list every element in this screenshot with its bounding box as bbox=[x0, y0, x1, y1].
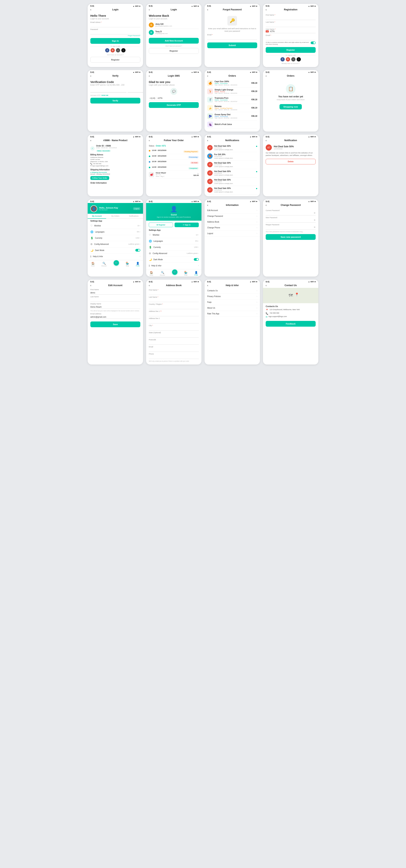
country-input[interactable] bbox=[149, 306, 199, 309]
current-password-input[interactable] bbox=[266, 212, 316, 215]
tab-my-orders[interactable]: My Orders bbox=[106, 214, 124, 218]
help-rate[interactable]: Rate This App › bbox=[205, 311, 260, 317]
forgot-password-link[interactable]: Forgot Password? bbox=[90, 35, 140, 36]
email-input[interactable] bbox=[266, 37, 316, 40]
back-arrow-icon[interactable]: ‹ bbox=[90, 284, 91, 287]
back-arrow-icon[interactable]: ‹ bbox=[90, 139, 91, 142]
guest-register-button[interactable]: ⊕ Register bbox=[149, 223, 173, 227]
back-arrow-icon[interactable]: ‹ bbox=[266, 139, 267, 142]
city-input[interactable] bbox=[149, 327, 199, 331]
back-arrow-icon[interactable]: ‹ bbox=[266, 74, 267, 78]
phone-input[interactable] bbox=[149, 355, 199, 359]
signin-button[interactable]: Sign In bbox=[90, 38, 140, 44]
display-name-input[interactable] bbox=[90, 305, 140, 309]
send-me-link[interactable]: SEND ME bbox=[101, 94, 108, 96]
bnav-home[interactable]: 🏠Home bbox=[91, 262, 95, 267]
help-faqs[interactable]: Faqs › bbox=[205, 299, 260, 305]
back-arrow-icon[interactable]: ‹ bbox=[207, 284, 208, 287]
back-arrow-icon[interactable]: ‹ bbox=[266, 8, 267, 11]
current-password-eye-icon[interactable]: 👁 bbox=[314, 212, 316, 214]
notif-item-6[interactable]: 🏷 Hot Deal Sale 50% 12/10/2019 Lorem ips… bbox=[207, 186, 257, 194]
bnav-profile[interactable]: 👤Profile bbox=[194, 271, 198, 276]
bnav-shop[interactable]: 🏪Shop bbox=[184, 271, 187, 276]
settings-languages[interactable]: 🌐 Languages EN › bbox=[90, 229, 140, 235]
email-input[interactable] bbox=[90, 315, 140, 319]
register-button[interactable]: Register bbox=[90, 57, 140, 63]
info-address-book[interactable]: Address Book › bbox=[205, 219, 260, 225]
help-about[interactable]: About Us › bbox=[205, 305, 260, 311]
add-new-account-button[interactable]: Add New Account bbox=[149, 38, 199, 43]
darkmode-toggle[interactable] bbox=[135, 249, 140, 252]
settings-currency[interactable]: 💲 Currenty USD › bbox=[90, 235, 140, 241]
back-arrow-icon[interactable]: ‹ bbox=[90, 74, 91, 78]
guest-darkmode[interactable]: 🌙 Dark Mode bbox=[149, 256, 199, 263]
back-arrow-icon[interactable]: ‹ bbox=[149, 139, 150, 142]
verify-button[interactable]: Verify bbox=[90, 98, 140, 103]
notif-item-5[interactable]: 🏷 Hot Deal Sale 50% 12/10/2019 Lorem ips… bbox=[207, 178, 257, 186]
back-arrow-icon[interactable]: ‹ bbox=[149, 8, 150, 11]
order-item-4[interactable]: 🍌 Banana Status : Pending Payment Total … bbox=[207, 104, 257, 112]
back-arrow-icon[interactable]: ‹ bbox=[207, 204, 208, 207]
settings-wishlist[interactable]: ♡ Wishlist 10 › bbox=[90, 223, 140, 229]
account-item-2[interactable]: D Tony D tonyd@gmail.com bbox=[149, 29, 199, 36]
guest-help[interactable]: ℹ Help & Infor › bbox=[149, 263, 199, 269]
microsoft-login-btn[interactable]: ▪ bbox=[116, 48, 120, 53]
otp-digit-1[interactable] bbox=[90, 88, 126, 93]
last-name-input[interactable] bbox=[90, 298, 140, 302]
back-arrow-icon[interactable]: ‹ bbox=[266, 204, 267, 207]
order-item-6[interactable]: 🍇 Welch's Fruit Juice bbox=[207, 120, 257, 129]
apple-login-btn[interactable]:  bbox=[121, 48, 125, 53]
settings-config[interactable]: ⚙ Config Advanced Ladtime green › bbox=[90, 241, 140, 247]
back-arrow-icon[interactable]: ‹ bbox=[266, 284, 267, 287]
notif-item-4[interactable]: 🏷 Hot Deal Sale 50% 12/10/2019 Lorem ips… bbox=[207, 169, 257, 178]
otp-digit-2[interactable] bbox=[128, 88, 143, 93]
email-input[interactable] bbox=[90, 24, 140, 27]
notif-item-1[interactable]: 🏷 Hot Deal Sale 50% 12/10/2019 Lorem ips… bbox=[207, 144, 257, 152]
guest-wishlist[interactable]: ♡ Wishlist 10 › bbox=[149, 232, 199, 238]
back-arrow-icon[interactable]: ‹ bbox=[149, 284, 150, 287]
state-input[interactable] bbox=[149, 334, 199, 338]
retype-password-input[interactable] bbox=[266, 226, 316, 230]
password-input[interactable] bbox=[90, 31, 140, 34]
register-button[interactable]: Register bbox=[266, 47, 316, 53]
submit-button[interactable]: Submit bbox=[207, 42, 257, 48]
email-input[interactable] bbox=[149, 348, 199, 352]
last-name-input[interactable] bbox=[266, 24, 316, 27]
save-new-password-button[interactable]: Save new password bbox=[266, 234, 316, 240]
back-arrow-icon[interactable]: ‹ bbox=[90, 8, 91, 11]
darkmode-toggle[interactable] bbox=[194, 258, 199, 261]
tab-notifications[interactable]: Notifications bbox=[124, 214, 143, 218]
notif-item-2[interactable]: 🎁 For Gift 20% 12/10/2019 Lorem ipsum is… bbox=[207, 152, 257, 160]
google-login-btn[interactable]: G bbox=[111, 48, 115, 53]
bnav-profile[interactable]: 👤Profile bbox=[136, 262, 140, 267]
new-password-input[interactable] bbox=[266, 219, 316, 223]
shop-now-button[interactable]: Shopping now bbox=[280, 104, 302, 110]
guest-config[interactable]: ⚙ Config Advanced Ladtime green › bbox=[149, 250, 199, 256]
guest-currency[interactable]: 💲 Currenty USD › bbox=[149, 244, 199, 250]
back-arrow-icon[interactable]: ‹ bbox=[149, 74, 150, 78]
back-arrow-icon[interactable]: ‹ bbox=[207, 8, 208, 11]
guest-signin-button[interactable]: ↩ Sign In bbox=[175, 223, 199, 227]
order-item-2[interactable]: 🍹 Simply Light Orange Status : Refuse To… bbox=[207, 87, 257, 96]
postcode-input[interactable] bbox=[149, 341, 199, 345]
addr1-input[interactable] bbox=[149, 313, 199, 316]
settings-darkmode[interactable]: 🌙 Dark Mode bbox=[90, 247, 140, 253]
bnav-discover[interactable]: 🔍Discover bbox=[102, 262, 107, 267]
info-change-phone[interactable]: Change Phone › bbox=[205, 225, 260, 230]
guest-languages[interactable]: 🌐 Languages EN › bbox=[149, 238, 199, 244]
help-privacy[interactable]: Privacy Policies › bbox=[205, 293, 260, 299]
bnav-home[interactable]: 🏠Home bbox=[150, 271, 153, 276]
info-logout[interactable]: Logout › bbox=[205, 230, 260, 237]
microsoft-register-btn[interactable]: ▪ bbox=[291, 57, 295, 61]
order-item-1[interactable]: 🍊 Capri Sun 100% Status : Successful Tot… bbox=[207, 79, 257, 87]
back-arrow-icon[interactable]: ‹ bbox=[207, 139, 208, 142]
save-button[interactable]: Save bbox=[90, 321, 140, 327]
back-arrow-icon[interactable]: ‹ bbox=[207, 74, 208, 78]
help-contacts-us[interactable]: Contacts Us › bbox=[205, 288, 260, 293]
first-name-input[interactable] bbox=[149, 291, 199, 295]
order-item-5[interactable]: 🫐 Ocean Spray Diet Status : Processing T… bbox=[207, 112, 257, 120]
addr2-input[interactable] bbox=[149, 320, 199, 323]
delete-button[interactable]: Delete bbox=[266, 159, 316, 164]
register-button[interactable]: Register bbox=[149, 48, 199, 54]
order-item-3[interactable]: 🥤 Tropicana Pure Status : Successful Tot… bbox=[207, 96, 257, 104]
